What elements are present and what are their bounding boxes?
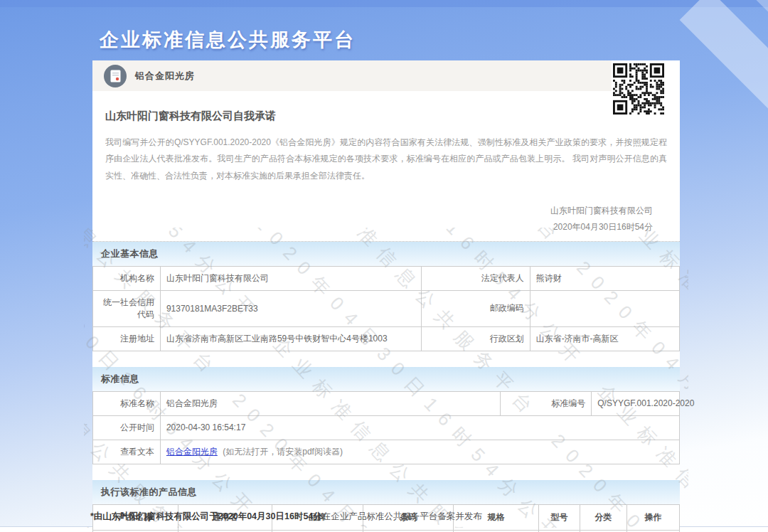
standard-pdf-link[interactable]: 铝合金阳光房 — [166, 447, 218, 457]
footer-note: *由山东叶阳门窗科技有限公司于2020年04月30日16时54分在企业产品标准公… — [90, 511, 482, 523]
signature-block: 山东叶阳门窗科技有限公司 2020年04月30日16时54分 — [92, 203, 653, 235]
section-header-standard-info: 标准信息 — [92, 367, 680, 391]
field-label: 机构名称 — [93, 266, 161, 290]
background-streak — [680, 0, 768, 181]
table-row: 注册地址 山东省济南市高新区工业南路59号中铁财智中心4号楼1003 行政区划 … — [93, 326, 680, 351]
field-label: 标准编号 — [501, 391, 592, 415]
content-card: 铝合金阳光房 山东叶阳门窗科技有限公司自我承诺 我司编写并公开的Q/SYYGF.… — [92, 60, 680, 532]
field-label: 行政区划 — [422, 326, 530, 351]
section-product-info: 执行该标准的产品信息 产品名称 通用名 品牌 条码 规格 型号 分类 操作 — [92, 480, 680, 532]
basic-info-table: 机构名称 山东叶阳门窗科技有限公司 法定代表人 熊诗财 统一社会信用代码 913… — [92, 266, 680, 351]
table-row: 公开时间 2020-04-30 16:54:17 — [93, 415, 680, 440]
footer-note-rest: 在企业产品标准公共服务平台备案并发布 — [322, 511, 482, 521]
section-header-basic-info: 企业基本信息 — [92, 242, 680, 266]
field-value: 2020-04-30 16:54:17 — [160, 415, 679, 440]
field-label: 公开时间 — [93, 415, 161, 440]
page-title: 企业标准信息公共服务平台 — [100, 27, 356, 53]
field-label: 邮政编码 — [422, 290, 530, 326]
field-value: Q/SYYGF.001.2020-2020 — [592, 391, 680, 415]
field-label: 标准名称 — [93, 391, 161, 415]
table-row: 标准名称 铝合金阳光房 标准编号 Q/SYYGF.001.2020-2020 — [93, 391, 680, 415]
pdf-reader-hint: (如无法打开，请安装pdf阅读器) — [223, 447, 343, 457]
field-label: 查看文本 — [93, 440, 161, 464]
background-streak — [699, 0, 768, 83]
section-header-product-info: 执行该标准的产品信息 — [92, 480, 680, 504]
signature-datetime: 2020年04月30日16时54分 — [92, 219, 653, 235]
view-text-cell: 铝合金阳光房 (如无法打开，请安装pdf阅读器) — [160, 440, 679, 464]
field-value: 铝合金阳光房 — [160, 391, 501, 415]
card-titlebar: 铝合金阳光房 — [92, 60, 680, 91]
top-strip — [0, 0, 768, 7]
section-standard-info: 标准信息 标准名称 铝合金阳光房 标准编号 Q/SYYGF.001.2020-2… — [92, 367, 680, 464]
table-row: 机构名称 山东叶阳门窗科技有限公司 法定代表人 熊诗财 — [93, 266, 680, 290]
document-title: 铝合金阳光房 — [135, 70, 195, 83]
field-label: 法定代表人 — [422, 266, 530, 290]
commitment-body: 我司编写并公开的Q/SYYGF.001.2020-2020《铝合金阳光房》规定的… — [105, 134, 667, 184]
table-row: 统一社会信用代码 91370181MA3F2BET33 邮政编码 — [93, 290, 680, 326]
field-value: 山东省-济南市-高新区 — [530, 326, 679, 351]
signature-company: 山东叶阳门窗科技有限公司 — [92, 203, 653, 219]
footer-note-bold: *由山东叶阳门窗科技有限公司于2020年04月30日16时54分 — [90, 511, 322, 521]
field-value: 山东省济南市高新区工业南路59号中铁财智中心4号楼1003 — [160, 326, 421, 351]
standard-info-table: 标准名称 铝合金阳光房 标准编号 Q/SYYGF.001.2020-2020 公… — [92, 391, 680, 464]
column-header: 型号 — [539, 504, 580, 530]
page: 企业标准信息公共服务平台 铝合金阳光房 山东叶阳门窗科技有限公司自我承诺 我司编… — [0, 0, 768, 532]
commitment-title: 山东叶阳门窗科技有限公司自我承诺 — [105, 110, 667, 123]
field-value: 山东叶阳门窗科技有限公司 — [160, 266, 421, 290]
field-label: 统一社会信用代码 — [93, 290, 161, 326]
field-value: 熊诗财 — [530, 266, 679, 290]
section-basic-info: 企业基本信息 机构名称 山东叶阳门窗科技有限公司 法定代表人 熊诗财 统一社会信… — [92, 242, 680, 351]
field-label: 注册地址 — [93, 326, 161, 351]
field-value: 91370181MA3F2BET33 — [160, 290, 421, 326]
column-header: 分类 — [580, 504, 626, 530]
qr-code — [612, 60, 680, 115]
column-header: 操作 — [626, 504, 679, 530]
table-row: 查看文本 铝合金阳光房 (如无法打开，请安装pdf阅读器) — [93, 440, 680, 464]
document-icon — [104, 65, 127, 87]
field-value — [530, 290, 679, 326]
